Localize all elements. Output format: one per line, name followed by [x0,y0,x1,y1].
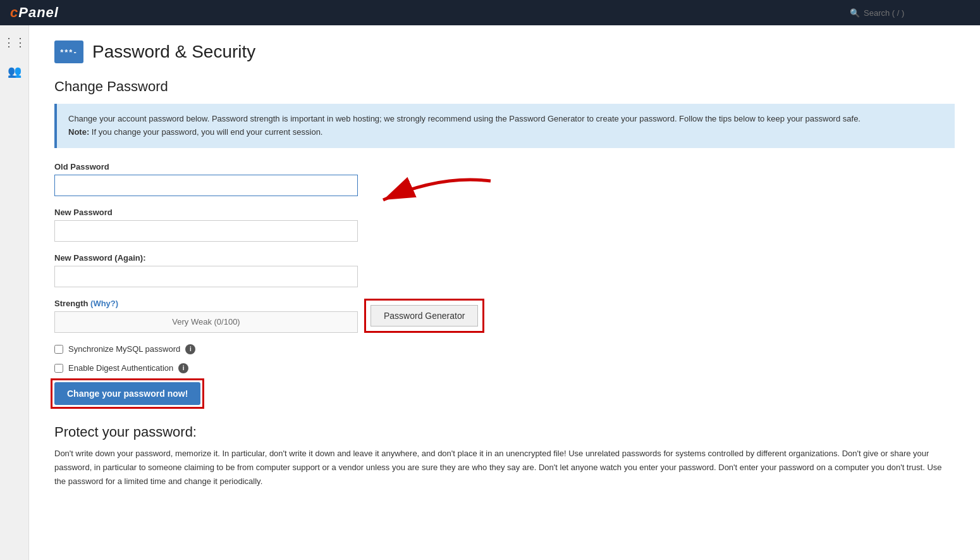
password-generator-button[interactable]: Password Generator [371,305,478,327]
new-password-label: New Password [54,208,955,217]
new-password-input[interactable] [54,220,358,242]
old-password-label: Old Password [54,162,955,171]
info-box: Change your account password below. Pass… [54,104,955,148]
new-password-again-group: New Password (Again): [54,253,955,287]
sync-mysql-checkbox[interactable] [54,345,63,354]
brand-logo: cPanel [10,4,59,21]
change-btn-wrapper: Change your password now! [54,382,200,405]
strength-group: Strength (Why?) Very Weak (0/100) [54,299,358,333]
note-text: Note: If you change your password, you w… [68,126,943,139]
sync-mysql-info-icon[interactable]: i [185,344,195,354]
strength-bar: Very Weak (0/100) [54,311,358,333]
new-password-group: New Password [54,208,955,242]
strength-label: Strength (Why?) [54,299,358,308]
sidebar: ⋮⋮ 👥 [0,25,29,560]
change-password-button[interactable]: Change your password now! [54,382,200,405]
note-detail: If you change your password, you will en… [92,127,323,137]
password-generator-wrapper: Password Generator [371,305,478,327]
note-label: Note: [68,127,89,137]
page-title-row: ***- Password & Security [54,40,955,63]
strength-why-link[interactable]: (Why?) [90,299,118,308]
new-password-again-input[interactable] [54,266,358,287]
digest-auth-checkbox[interactable] [54,364,63,373]
old-password-group: Old Password [54,162,955,196]
digest-auth-label: Enable Digest Authentication [68,363,173,373]
info-text: Change your account password below. Pass… [68,113,943,126]
sidebar-grid-icon[interactable]: ⋮⋮ [5,33,24,52]
sidebar-users-icon[interactable]: 👥 [5,62,24,81]
protect-text: Don't write down your password, memorize… [54,447,955,488]
search-area[interactable]: 🔍 [850,8,970,18]
strength-row: Strength (Why?) Very Weak (0/100) Passwo… [54,299,955,333]
old-password-input[interactable] [54,175,358,196]
section-heading: Change Password [54,78,955,95]
protect-heading: Protect your password: [54,424,955,440]
sync-mysql-row: Synchronize MySQL password i [54,344,955,354]
search-input[interactable] [864,8,970,18]
new-password-again-label: New Password (Again): [54,253,955,263]
digest-auth-row: Enable Digest Authentication i [54,363,955,373]
sync-mysql-label: Synchronize MySQL password [68,344,180,354]
page-title: Password & Security [92,42,255,62]
form-area: Old Password New Password New Password (… [54,162,955,424]
topbar: cPanel 🔍 [0,0,980,25]
search-icon: 🔍 [850,8,860,18]
digest-auth-info-icon[interactable]: i [178,363,188,373]
page-icon: ***- [54,40,83,63]
protect-section: Protect your password: Don't write down … [54,424,955,488]
main-content: ***- Password & Security Change Password… [29,25,980,560]
